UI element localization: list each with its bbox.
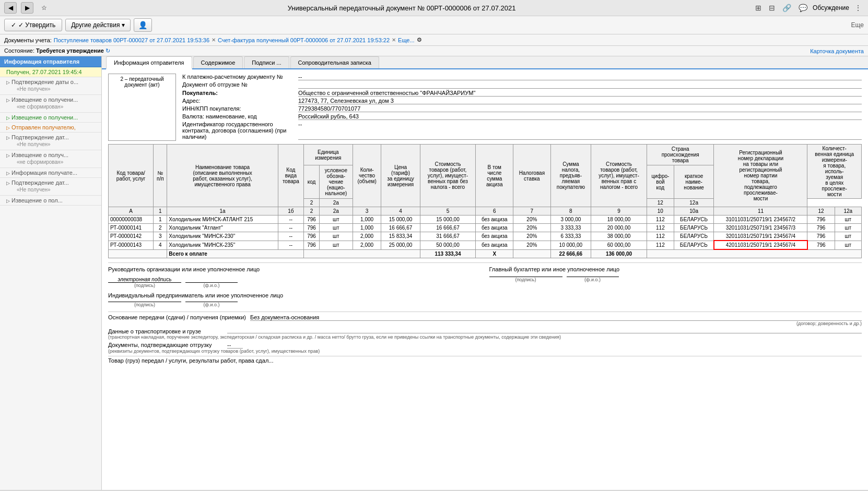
- subh-A: А: [109, 207, 154, 215]
- tab-sender-info[interactable]: Информация отправителя: [106, 56, 192, 69]
- sidebar-item-8: ▷Подтверждение дат... «Не получен»: [0, 178, 101, 196]
- sig-electronic: электронная подпись: [108, 277, 181, 283]
- address-row: Адрес: 127473, 77, Селезневская ул, дом …: [182, 98, 862, 104]
- th-excise: В томчислесуммаакциза: [476, 145, 513, 207]
- total-empty: [304, 249, 420, 258]
- footer-goods-label: Товар (груз) передал / услуги, результат…: [108, 357, 273, 364]
- footer-transport: Данные о транспортировке и грузе (трансп…: [108, 328, 862, 340]
- row3-code: РТ-00000142: [109, 232, 154, 241]
- row1-kind: --: [278, 215, 303, 224]
- card-link[interactable]: Карточка документа: [810, 48, 864, 54]
- tab-cover-letter[interactable]: Сопроводительная записка: [290, 56, 379, 68]
- refresh-icon[interactable]: ↻: [105, 47, 110, 54]
- subh-4: 4: [381, 207, 420, 215]
- star-icon[interactable]: ☆: [38, 2, 50, 14]
- sidebar-received: Получен, 27.07.2021 19:45:4: [0, 67, 101, 77]
- row3-country-code: 112: [647, 232, 674, 241]
- chat-icon[interactable]: 💬: [796, 3, 810, 13]
- other-actions-label: Другие действия: [71, 21, 120, 29]
- sig-sign-sub: (подпись): [108, 283, 181, 288]
- more-button[interactable]: Еще: [851, 21, 864, 29]
- th-unit-code: код: [304, 165, 320, 199]
- buyer-row: Покупатель: Общество с ограниченной отве…: [182, 90, 862, 97]
- page-title: Универсальный передаточный документ № 00…: [54, 4, 749, 12]
- forward-button[interactable]: ▶: [21, 2, 33, 14]
- more-docs-link[interactable]: Еще...: [398, 37, 415, 43]
- user-icon-button[interactable]: 👤: [134, 18, 152, 32]
- subh-10a: 10а: [674, 207, 714, 215]
- doc2-link[interactable]: Счет-фактура полученный 00РТ-0000006 от …: [218, 37, 390, 43]
- subh-11: 11: [714, 207, 807, 215]
- row3-qtyunit-code: 796: [807, 232, 835, 241]
- confirm-button[interactable]: ✓ ✓ Утвердить: [4, 19, 62, 31]
- table-total-row: Всего к оплате 113 333,34 X 22 666,66 13…: [109, 249, 862, 258]
- back-button[interactable]: ◀: [4, 2, 17, 14]
- doc2-close[interactable]: ✕: [392, 37, 396, 43]
- footer-docs: Документы, подтверждающие отгрузку -- (р…: [108, 342, 862, 354]
- currency-row: Валюта: наименование, код Российский руб…: [182, 113, 862, 120]
- row3-excise: без акциза: [476, 232, 513, 241]
- discuss-label: Обсуждение: [813, 4, 849, 11]
- th-qtyunit: Количест-венная единицаизмерени-я товара…: [807, 145, 862, 199]
- link-icon[interactable]: 🔗: [780, 3, 793, 13]
- sidebar-subitem-5: «Не получен»: [6, 140, 97, 148]
- sig-head-label: Руководитель организации или иное уполно…: [108, 266, 481, 272]
- minus-icon[interactable]: ⊟: [767, 3, 777, 13]
- sig-fio-area: (ф.и.о.): [185, 282, 238, 288]
- row3-name: Холодильник "МИНСК-230": [167, 232, 278, 241]
- th-country-code: цифро-войкод: [647, 165, 674, 199]
- doc1-close[interactable]: ✕: [212, 37, 216, 43]
- table-row: 00000000038 1 Холодильник МИНСК-АТЛАНТ 2…: [109, 215, 862, 224]
- footer-goods: Товар (груз) передал / услуги, результат…: [108, 356, 862, 364]
- row2-taxamt: 3 333,33: [550, 224, 591, 232]
- sidebar-item-label-3: ▷Извещение о получени...: [6, 114, 97, 121]
- subh-1b: 1б: [278, 207, 303, 215]
- footer-transfer-label: Основание передачи (сдачи) / получения (…: [108, 314, 246, 320]
- sidebar-item-label-1: ▷Подтверждение даты о...: [6, 79, 97, 85]
- tabs: Информация отправителя Содержимое Подпис…: [102, 56, 868, 69]
- row4-name: Холодильник "МИНСК-235": [167, 241, 278, 249]
- row2-price: 16 666,67: [381, 224, 420, 232]
- sidebar-item-label-9: ▷Извещение о пол...: [6, 197, 97, 203]
- row1-cost-notax: 15 000,00: [420, 215, 476, 224]
- subh-5: 5: [420, 207, 476, 215]
- dropdown-chevron: ▾: [122, 21, 125, 29]
- tab-signatures[interactable]: Подписи ...: [244, 56, 289, 68]
- row3-cost-tax: 38 000,00: [591, 232, 647, 241]
- doc1-link[interactable]: Поступление товаров 00РТ-000027 от 27.07…: [54, 37, 209, 43]
- gear-icon[interactable]: ⚙: [417, 37, 422, 43]
- row2-code: РТ-00000141: [109, 224, 154, 232]
- sig-left: Руководитель организации или иное уполно…: [108, 266, 481, 307]
- subh-6: 6: [476, 207, 513, 215]
- more-icon[interactable]: ⋮: [852, 3, 864, 13]
- doc-content: 2 – передаточный документ (акт) К платеж…: [102, 69, 868, 368]
- sidebar-item-9: ▷Извещение о пол...: [0, 196, 101, 206]
- row2-kind: --: [278, 224, 303, 232]
- row3-qtyunit-name: шт: [835, 232, 861, 241]
- table-row: РТ-00000143 4 Холодильник "МИНСК-235" --…: [109, 241, 862, 249]
- row1-code: 00000000038: [109, 215, 154, 224]
- grid-icon[interactable]: ⊞: [753, 3, 764, 13]
- sidebar-header: Информация отправителя: [0, 56, 101, 67]
- th-country-name: краткоенаиме-нование: [674, 165, 714, 199]
- total-cost-tax: 136 000,00: [591, 249, 647, 258]
- row4-taxrate: 20%: [513, 241, 550, 249]
- footer-docs-row: Документы, подтверждающие отгрузку --: [108, 342, 862, 349]
- subh-8: 8: [550, 207, 591, 215]
- sidebar-item-label-7: ▷Информация получате...: [6, 170, 97, 176]
- row4-excise: без акциза: [476, 241, 513, 249]
- footer-transport-label: Данные о транспортировке и грузе: [108, 328, 223, 334]
- row3-unit-code: 796: [304, 232, 320, 241]
- footer-transfer-sub: (договор; доверенность и др.): [108, 321, 862, 326]
- other-actions-button[interactable]: Другие действия ▾: [65, 19, 131, 31]
- table-row: РТ-00000142 3 Холодильник "МИНСК-230" --…: [109, 232, 862, 241]
- footer-transport-value: [227, 333, 862, 333]
- sidebar-received-date: Получен, 27.07.2021 19:45:4: [6, 69, 82, 75]
- sig-head-fields: электронная подпись (подпись) (ф.и.о.): [108, 277, 481, 288]
- row4-cost-notax: 50 000,00: [420, 241, 476, 249]
- sidebar-item-label-2: ▷Извещение о получени...: [6, 97, 97, 103]
- tab-content[interactable]: Содержимое: [193, 56, 243, 68]
- subh-1: 1: [154, 207, 167, 215]
- th-unit-name: условноеобозна-чение(нацио-нальное): [319, 165, 353, 199]
- sidebar-item-label-8: ▷Подтверждение дат...: [6, 179, 97, 186]
